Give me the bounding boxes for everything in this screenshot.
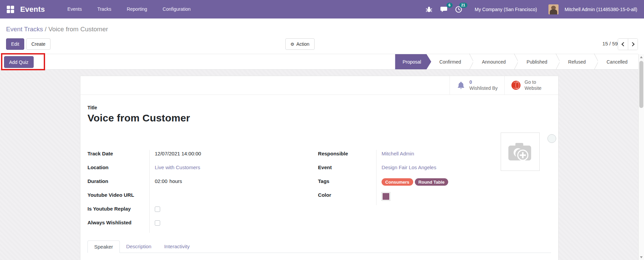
status-published[interactable]: Published — [518, 54, 556, 69]
pager-counter: 15 / 59 — [602, 41, 618, 46]
kanban-state-dot[interactable] — [547, 134, 556, 143]
image-upload-placeholder[interactable] — [501, 133, 540, 171]
top-navbar: Events Events Tracks Reporting Configura… — [0, 0, 644, 18]
status-proposal[interactable]: Proposal — [395, 54, 431, 69]
status-bar: Proposal Confirmed Announced Published R… — [395, 54, 636, 69]
record-title: Voice from Customer — [87, 112, 551, 124]
breadcrumb-current: Voice from Customer — [48, 26, 108, 33]
field-label-always-wishlisted: Always Wishlisted — [87, 219, 149, 225]
messages-icon[interactable]: 6 — [438, 3, 450, 15]
is-youtube-replay-checkbox[interactable] — [155, 207, 160, 212]
systray: 6 21 My Company (San Francisco) Mitchell… — [423, 3, 639, 15]
breadcrumb-event-tracks[interactable]: Event Tracks — [6, 26, 43, 33]
breadcrumb: Event Tracks / Voice from Customer — [6, 26, 108, 33]
always-wishlisted-checkbox[interactable] — [155, 220, 160, 226]
website-label-line2: Website — [525, 85, 541, 91]
debug-bug-icon[interactable] — [423, 3, 435, 15]
tag-consumers: Consumers — [382, 178, 413, 186]
scrollbar-thumb[interactable] — [639, 61, 643, 108]
stat-button-row: 0 Wishlisted By Go to Website — [80, 76, 558, 95]
menu-events[interactable]: Events — [60, 0, 90, 18]
field-value-location[interactable]: Live with Customers — [149, 164, 299, 178]
go-to-website-button[interactable]: Go to Website — [504, 76, 558, 95]
wishlisted-by-button[interactable]: 0 Wishlisted By — [450, 76, 504, 95]
wishlist-label: Wishlisted By — [469, 85, 498, 91]
field-label-youtube-url: Youtube Video URL — [87, 191, 149, 198]
sheet-body: Title Voice from Customer Track Date 12/… — [80, 105, 558, 253]
status-announced[interactable]: Announced — [474, 54, 514, 69]
status-cancelled[interactable]: Cancelled — [599, 54, 636, 69]
field-label-is-youtube-replay: Is Youtube Replay — [87, 205, 149, 212]
record-buttons: Edit Create — [6, 38, 50, 50]
field-value-color — [376, 191, 551, 205]
status-separator — [594, 54, 599, 69]
field-label-track-date: Track Date — [87, 150, 149, 156]
form-sheet: 0 Wishlisted By Go to Website Title Voic… — [80, 76, 559, 260]
edit-button[interactable]: Edit — [6, 38, 24, 50]
website-label-line1: Go to — [525, 79, 541, 85]
color-swatch[interactable] — [382, 192, 390, 201]
activities-icon[interactable]: 21 — [453, 3, 465, 15]
create-button[interactable]: Create — [26, 38, 50, 50]
globe-icon — [511, 81, 521, 90]
field-label-color: Color — [318, 191, 376, 198]
status-separator — [556, 54, 560, 69]
tab-description[interactable]: Description — [120, 240, 158, 253]
field-label-responsible: Responsible — [318, 150, 376, 156]
tab-interactivity[interactable]: Interactivity — [158, 240, 196, 253]
pager-next-button[interactable] — [628, 39, 638, 50]
triangle-up-icon — [640, 56, 643, 58]
duration-value: 02:00 — [155, 178, 168, 184]
triangle-down-icon — [640, 256, 643, 258]
field-label-tags: Tags — [318, 178, 376, 184]
field-label-event: Event — [318, 164, 376, 170]
control-panel: Event Tracks / Voice from Customer Edit … — [0, 18, 644, 54]
pager-previous-button[interactable] — [618, 39, 628, 50]
tag-round-table: Round Table — [415, 178, 449, 186]
scroll-down-arrow[interactable] — [639, 254, 644, 260]
status-separator — [469, 54, 474, 69]
field-value-tags: Consumers Round Table — [376, 178, 551, 191]
apps-grid-icon[interactable] — [7, 6, 14, 13]
vertical-scrollbar[interactable] — [638, 54, 644, 260]
action-button[interactable]: ⚙ Action — [285, 38, 315, 50]
status-separator — [514, 54, 518, 69]
menu-reporting[interactable]: Reporting — [119, 0, 155, 18]
breadcrumb-separator: / — [45, 26, 46, 33]
status-confirmed[interactable]: Confirmed — [431, 54, 469, 69]
field-groups: Track Date 12/07/2021 14:00:00 Location … — [87, 150, 551, 233]
bell-icon — [457, 81, 465, 90]
chat-bubble-icon — [440, 6, 448, 13]
menu-tracks[interactable]: Tracks — [90, 0, 119, 18]
field-label-location: Location — [87, 164, 149, 170]
company-switcher[interactable]: My Company (San Francisco) — [475, 7, 537, 12]
bug-icon — [426, 6, 432, 13]
field-label-duration: Duration — [87, 178, 149, 184]
tab-speaker[interactable]: Speaker — [87, 240, 120, 253]
user-avatar[interactable] — [548, 4, 559, 14]
menu-configuration[interactable]: Configuration — [155, 0, 198, 18]
status-refused[interactable]: Refused — [560, 54, 594, 69]
field-value-always-wishlisted — [149, 219, 299, 233]
title-field-label: Title — [87, 105, 551, 110]
app-brand[interactable]: Events — [20, 5, 45, 14]
user-menu[interactable]: Mitchell Admin (11485380-15-0-all) — [565, 7, 637, 12]
action-label: Action — [296, 41, 310, 47]
wishlist-stat-text: 0 Wishlisted By — [469, 79, 498, 91]
field-value-track-date: 12/07/2021 14:00:00 — [149, 150, 299, 164]
chevron-left-icon — [621, 42, 626, 46]
form-header: Add Quiz Proposal Confirmed Announced Pu… — [0, 54, 638, 70]
chevron-right-icon — [630, 42, 635, 46]
messages-badge: 6 — [446, 3, 453, 8]
main-menu: Events Tracks Reporting Configuration — [60, 0, 198, 18]
add-quiz-button[interactable]: Add Quiz — [4, 56, 34, 68]
website-stat-text: Go to Website — [525, 79, 541, 91]
camera-plus-icon — [507, 141, 533, 163]
field-value-is-youtube-replay — [149, 205, 299, 219]
wishlist-count: 0 — [469, 79, 498, 85]
tag-row: Consumers Round Table — [382, 178, 551, 186]
gear-icon: ⚙ — [290, 42, 294, 47]
scroll-up-arrow[interactable] — [639, 54, 644, 60]
pager-buttons — [618, 38, 638, 50]
field-value-youtube-url — [149, 191, 299, 205]
